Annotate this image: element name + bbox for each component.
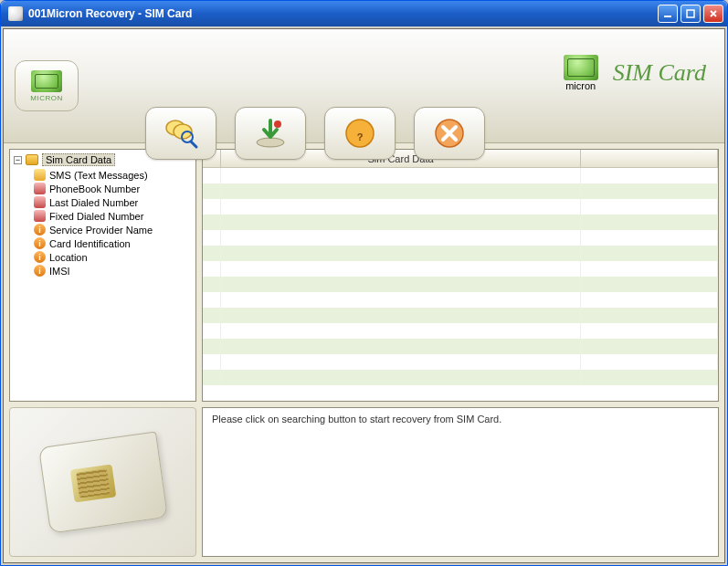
table-row[interactable] (203, 308, 718, 323)
tree-item[interactable]: PhoneBook Number (34, 182, 192, 195)
search-icon (163, 117, 199, 150)
minimize-button[interactable] (658, 5, 678, 23)
table-row[interactable] (203, 370, 718, 385)
stop-button[interactable] (414, 107, 485, 160)
tree-item-label: Location (49, 252, 88, 263)
phone-icon (34, 210, 46, 222)
svg-line-5 (191, 142, 196, 147)
msg-icon (34, 169, 46, 181)
svg-rect-1 (687, 10, 694, 17)
tree-item[interactable]: Fixed Dialed Number (34, 209, 192, 223)
logo: MICRON (15, 60, 79, 111)
simcard-chip-icon (69, 464, 116, 502)
svg-rect-0 (664, 16, 671, 17)
simcard-panel (9, 407, 196, 557)
window-title: 001Micron Recovery - SIM Card (28, 7, 658, 20)
tree-item[interactable]: iIMSI (34, 264, 192, 278)
table-row[interactable] (203, 246, 718, 261)
tree-item[interactable]: iLocation (34, 250, 192, 264)
help-icon: ? (342, 117, 378, 150)
app-window: 001Micron Recovery - SIM Card MICRON mi (0, 0, 728, 566)
tree-item[interactable]: Last Dialed Number (34, 195, 192, 209)
table-row[interactable] (203, 292, 718, 308)
table-row[interactable] (203, 277, 718, 292)
info-icon: i (34, 224, 46, 236)
phone-icon (34, 196, 46, 208)
tree-item-label: PhoneBook Number (49, 183, 140, 194)
table-row[interactable] (203, 183, 718, 199)
product-title: SIM Card (613, 59, 706, 87)
search-button[interactable] (145, 107, 216, 160)
table-row[interactable] (203, 168, 718, 183)
table-row[interactable] (203, 339, 718, 354)
table-row[interactable] (203, 230, 718, 246)
title-bar[interactable]: 001Micron Recovery - SIM Card (1, 1, 727, 26)
collapse-icon[interactable]: − (14, 156, 22, 164)
stop-icon (431, 117, 468, 150)
info-icon: i (34, 237, 46, 249)
tree-item-label: SMS (Text Messages) (49, 170, 148, 181)
tree-item-label: Last Dialed Number (49, 197, 138, 208)
table-row[interactable] (203, 354, 718, 370)
save-button[interactable] (235, 107, 306, 160)
tree-item-label: Service Provider Name (49, 225, 153, 236)
tree-root-label: Sim Card Data (42, 153, 115, 166)
tree-item[interactable]: SMS (Text Messages) (34, 168, 192, 182)
maximize-button[interactable] (681, 5, 701, 23)
table-row[interactable] (203, 199, 718, 215)
svg-point-7 (274, 121, 281, 128)
tree-item-label: Fixed Dialed Number (49, 211, 143, 222)
save-icon (252, 117, 289, 150)
simcard-illustration (38, 431, 168, 533)
tree-item-label: Card Identification (49, 238, 131, 249)
table-row[interactable] (203, 215, 718, 230)
bottom-area: Please click on searching button to star… (4, 407, 724, 562)
info-icon: i (34, 265, 46, 277)
table-row[interactable] (203, 261, 718, 277)
help-button[interactable]: ? (324, 107, 396, 160)
brand-name: micron (565, 80, 596, 91)
grid-panel[interactable]: Sim Card Data (202, 149, 719, 402)
client-area: MICRON micron SIM Card (3, 28, 725, 563)
svg-text:?: ? (357, 131, 364, 142)
tree-item[interactable]: iService Provider Name (34, 223, 192, 236)
svg-point-6 (257, 138, 284, 147)
grid-header-extra[interactable] (581, 150, 718, 167)
logo-text: MICRON (30, 94, 62, 102)
close-button[interactable] (703, 5, 723, 23)
status-message: Please click on searching button to star… (212, 414, 501, 424)
grid-rows (203, 168, 718, 401)
toolbar: ? (145, 107, 485, 160)
brand-chip-icon (564, 55, 598, 80)
folder-icon (26, 154, 38, 165)
app-icon (8, 6, 23, 21)
content-area: − Sim Card Data SMS (Text Messages)Phone… (4, 143, 724, 407)
status-panel: Please click on searching button to star… (202, 407, 719, 557)
table-row[interactable] (203, 323, 718, 339)
tree-panel[interactable]: − Sim Card Data SMS (Text Messages)Phone… (9, 149, 196, 402)
tree-children: SMS (Text Messages)PhoneBook NumberLast … (34, 168, 192, 278)
info-icon: i (34, 251, 46, 263)
header-area: MICRON micron SIM Card (4, 29, 724, 143)
tree-item-label: IMSI (49, 266, 70, 277)
logo-chip-icon (31, 70, 62, 92)
tree-item[interactable]: iCard Identification (34, 236, 192, 250)
phone-icon (34, 183, 46, 194)
branding-area: micron SIM Card (564, 55, 706, 91)
